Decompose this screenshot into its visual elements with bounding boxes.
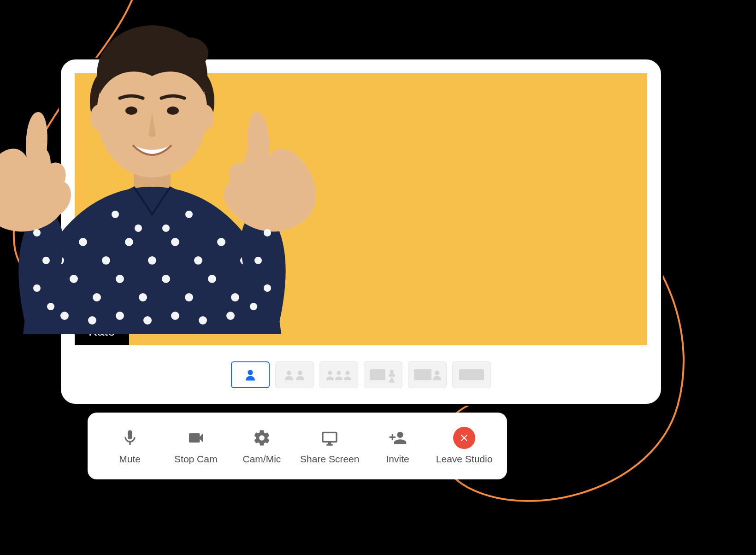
leave-studio-button[interactable]: Leave Studio (436, 428, 493, 465)
stop-cam-label: Stop Cam (174, 454, 217, 465)
svg-point-49 (33, 229, 41, 236)
invite-button[interactable]: Invite (370, 428, 425, 465)
share-screen-label: Share Screen (300, 454, 359, 465)
video-feed: Kate (75, 73, 647, 345)
svg-point-28 (47, 284, 55, 292)
svg-point-3 (328, 371, 332, 375)
svg-rect-11 (459, 369, 484, 380)
layout-three-up[interactable] (319, 361, 358, 388)
close-icon (453, 427, 475, 449)
invite-label: Invite (386, 454, 409, 465)
camera-icon (187, 428, 205, 448)
cam-mic-button[interactable]: Cam/Mic (234, 428, 289, 465)
gear-icon (253, 428, 271, 448)
microphone-icon (121, 428, 139, 448)
leave-label: Leave Studio (436, 454, 493, 465)
svg-rect-9 (414, 369, 431, 380)
layout-single[interactable] (231, 361, 270, 388)
video-window: Kate (59, 58, 663, 406)
svg-point-51 (33, 284, 41, 292)
layout-selector (61, 361, 661, 388)
mute-label: Mute (119, 454, 141, 465)
svg-point-50 (42, 257, 50, 264)
monitor-icon (320, 428, 339, 448)
control-toolbar: Mute Stop Cam Cam/Mic Share Screen Invit (88, 413, 507, 479)
participant-name-tag: Kate (75, 318, 129, 345)
svg-point-7 (390, 370, 394, 373)
svg-point-2 (298, 371, 302, 375)
svg-point-0 (248, 370, 253, 375)
svg-point-4 (337, 371, 341, 375)
mute-button[interactable]: Mute (102, 428, 158, 465)
participant-name: Kate (89, 324, 115, 338)
layout-main-two[interactable] (364, 361, 402, 388)
add-user-icon (389, 428, 407, 448)
cam-mic-label: Cam/Mic (242, 454, 281, 465)
svg-point-1 (287, 371, 291, 375)
svg-point-10 (435, 371, 439, 375)
layout-two-up[interactable] (275, 361, 314, 388)
svg-point-5 (346, 371, 350, 375)
layout-full[interactable] (452, 361, 491, 388)
svg-rect-6 (370, 369, 385, 380)
svg-point-52 (47, 303, 54, 310)
share-screen-button[interactable]: Share Screen (300, 428, 359, 465)
layout-main-one[interactable] (408, 361, 447, 388)
stop-cam-button[interactable]: Stop Cam (168, 428, 224, 465)
